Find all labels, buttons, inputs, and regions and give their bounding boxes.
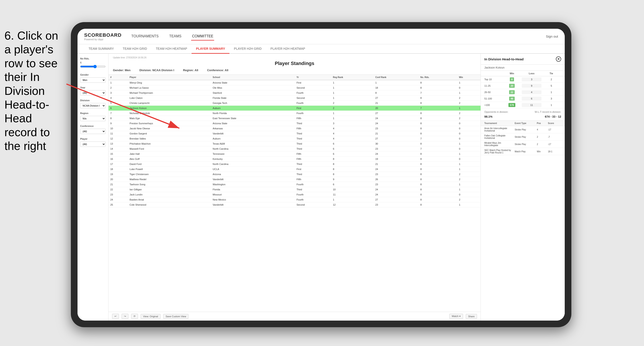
table-row[interactable]: 19 Tiger Christensen Arizona Third 8 23 … [108, 172, 480, 177]
nav-teams[interactable]: TEAMS [168, 32, 182, 40]
gender-select[interactable]: Men [80, 77, 106, 83]
table-row[interactable]: 16 Alex Goff Kentucky Fifth 8 19 8 0 [108, 157, 480, 162]
cell-reg-rank: 8 [331, 167, 374, 172]
division-select[interactable]: NCAA Division I [80, 103, 106, 108]
tournament-rows: Amer Ari Intercollegiate Invitational St… [481, 126, 565, 155]
cell-rank: 4 [108, 96, 128, 101]
cell-conf-rank: 1 [374, 80, 418, 85]
cell-player: Matthew Riedel [128, 177, 211, 182]
cell-win: 2 [457, 116, 480, 121]
center-content: Update time: 27/03/2024 16:56:26 Player … [108, 54, 480, 321]
cell-win: 1 [457, 162, 480, 167]
cell-school: Auburn [211, 106, 295, 111]
nav-bar: SCOREBOARD Powered by clippi TOURNAMENTS… [78, 29, 565, 44]
sign-out-link[interactable]: Sign out [546, 34, 558, 38]
sidebar-filters: No Rds. 6 Gender Men Year (All) [78, 54, 108, 321]
view-original-btn[interactable]: View: Original [141, 314, 160, 319]
sub-nav-player-h2h-heatmap[interactable]: PLAYER H2H HEATMAP [266, 44, 310, 54]
h2h-win: 20 [502, 84, 522, 87]
cell-yr: Fifth [295, 157, 331, 162]
cell-player: Jack Lundin [128, 192, 211, 197]
cell-rank: 11 [108, 131, 128, 136]
table-row[interactable]: 22 Ian Gilligan Florida Third 10 24 8 1 [108, 187, 480, 192]
sub-nav-player-summary[interactable]: PLAYER SUMMARY [192, 44, 230, 54]
sub-nav-team-h2h-heatmap[interactable]: TEAM H2H HEATMAP [152, 44, 192, 54]
cell-reg-rank: 4 [331, 131, 374, 136]
no-rds-slider[interactable] [80, 65, 106, 68]
table-row[interactable]: 12 Brendan Valles Auburn Third 4 27 7 0 [108, 136, 480, 141]
col-yr: Yr [295, 75, 331, 80]
cell-win: 0 [457, 146, 480, 152]
cell-rank: 19 [108, 172, 128, 177]
year-label: Year [80, 86, 106, 89]
table-row[interactable]: 5 Christo Lamprecht Georgia Tech Fourth … [108, 101, 480, 106]
sub-nav-team-summary[interactable]: TEAM SUMMARY [84, 44, 118, 54]
save-custom-btn[interactable]: Save Custom View [163, 314, 189, 319]
player-select[interactable]: (All) [80, 142, 106, 147]
undo-btn[interactable]: ↩ [112, 314, 119, 319]
close-h2h-btn[interactable]: ✕ [556, 56, 561, 62]
table-row[interactable]: 3 Michael Thorbjornsen Stanford Fourth 1… [108, 90, 480, 96]
cell-player: Taehoon Song [128, 182, 211, 187]
h2h-row: 51-100 46 6 3 [481, 96, 565, 102]
cell-win: 2 [457, 101, 480, 106]
cell-no-rds: 8 [418, 197, 457, 202]
table-row[interactable]: 23 Jack Lundin Missouri Fourth 11 24 8 0 [108, 192, 480, 197]
sub-nav-team-h2h-grid[interactable]: TEAM H2H GRID [118, 44, 152, 54]
cell-win: 2 [457, 177, 480, 182]
table-row[interactable]: 4 Luke Claton Florida State Second 1 27 … [108, 96, 480, 101]
table-row[interactable]: 7 Nicholas Gabrelcik North Florida Fourt… [108, 111, 480, 116]
year-select[interactable]: (All) [80, 90, 106, 96]
sub-nav-player-h2h-grid[interactable]: PLAYER H2H GRID [230, 44, 266, 54]
table-row[interactable]: 11 Gordon Sargent Vanderbilt Third 4 21 … [108, 131, 480, 136]
table-row[interactable]: 24 Bastien Amat New Mexico Fourth 1 27 8… [108, 197, 480, 202]
cell-yr: First [295, 167, 331, 172]
conference-select[interactable]: (All) [80, 129, 106, 134]
table-row[interactable]: 20 Matthew Riedel Vanderbilt Fifth 9 26 … [108, 177, 480, 182]
h2h-win: 578 [502, 104, 522, 106]
tournament-header: Tournament Event Type Pos Score [481, 121, 565, 126]
share-btn[interactable]: Share [466, 314, 477, 319]
cell-reg-rank: 6 [331, 146, 374, 152]
table-row[interactable]: 17 David Ford North Carolina Third 8 21 … [108, 162, 480, 167]
table-row[interactable]: 2 Michael La Sasso Ole Miss Second 1 18 … [108, 85, 480, 90]
cell-rank: 1 [108, 80, 128, 85]
cell-conf-rank: 21 [374, 131, 418, 136]
conference-label: Conference [80, 125, 106, 127]
cell-reg-rank: 8 [331, 157, 374, 162]
nav-committee[interactable]: COMMITTEE [191, 32, 214, 40]
cell-win: 1 [457, 106, 480, 111]
no-rds-label: No Rds. [80, 57, 106, 60]
table-row[interactable]: 10 Jacob New Oleese Arkansas Fifth 4 23 … [108, 126, 480, 131]
refresh-btn[interactable]: ⟳ [131, 314, 138, 319]
cell-conf-rank: 19 [374, 157, 418, 162]
cell-conf-rank: 24 [374, 192, 418, 197]
nav-tournaments[interactable]: TOURNAMENTS [130, 32, 160, 40]
cell-no-rds: 8 [418, 80, 457, 85]
redo-btn[interactable]: ↪ [122, 314, 128, 319]
region-select[interactable]: N/a [80, 116, 106, 121]
table-row[interactable]: 1 Wenyi Ding Arizona State First 1 1 8 1 [108, 80, 480, 85]
cell-school: Tennessee [211, 152, 295, 157]
watch-btn[interactable]: Watch ▾ [449, 314, 463, 319]
cell-player: Jackson Koivun [128, 106, 211, 111]
tournament-pos: 2 [537, 143, 548, 146]
standings-header: Update time: 27/03/2024 16:56:26 Player … [108, 54, 480, 75]
table-row[interactable]: 14 Maxwell Ford North Carolina Third 6 2… [108, 146, 480, 152]
cell-no-rds: 8 [418, 187, 457, 192]
h2h-tie: 1 [542, 91, 561, 94]
table-row[interactable]: 13 Phichaksn Maichon Texas A&M Third 6 3… [108, 141, 480, 146]
cell-rank: 13 [108, 141, 128, 146]
tournament-event-type: Match Play [515, 150, 537, 153]
wlt-value: 674 - 33 - 12 [545, 115, 561, 118]
table-row[interactable]: 25 Cole Sherwood Vanderbilt Second 12 23… [108, 202, 480, 207]
table-row[interactable]: 15 Jake Hall Tennessee Fifth 6 24 8 1 [108, 152, 480, 157]
table-row[interactable]: 6 Jackson Koivun Auburn First 2 20 7 1 [108, 106, 480, 111]
cell-player: Gordon Sargent [128, 131, 211, 136]
table-row[interactable]: 9 Preston Summerhays Arizona State Third… [108, 121, 480, 126]
table-row[interactable]: 21 Taehoon Song Washington Fourth 6 23 8… [108, 182, 480, 187]
cell-yr: Second [295, 85, 331, 90]
table-row[interactable]: 18 Luke Powell UCLA First 8 24 8 1 [108, 167, 480, 172]
gender-display: Gender: Men [113, 69, 130, 72]
table-row[interactable]: 8 Mats Ege East Tennessee State Fifth 1 … [108, 116, 480, 121]
